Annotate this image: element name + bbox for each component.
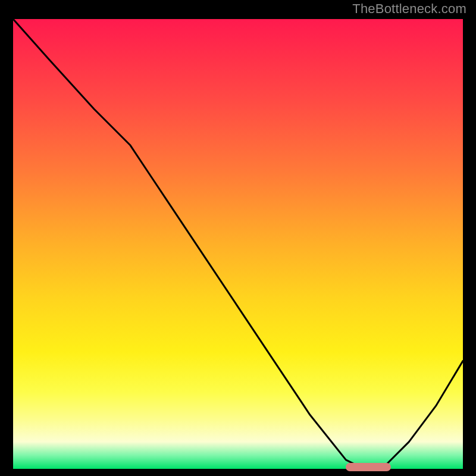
- optimal-range-marker: [346, 463, 391, 471]
- chart-frame: [8, 14, 468, 474]
- plot-area: [13, 19, 463, 469]
- bottleneck-curve: [13, 19, 463, 469]
